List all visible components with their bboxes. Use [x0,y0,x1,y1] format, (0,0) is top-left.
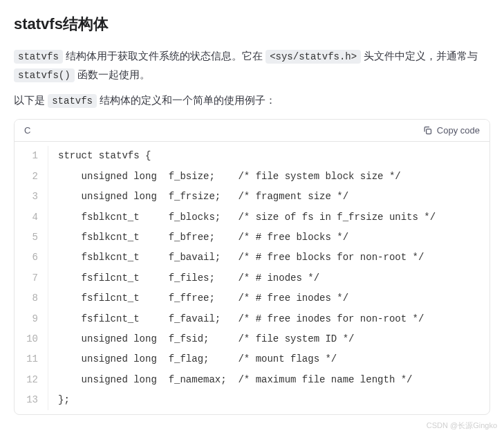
code-line: fsblkcnt_t f_bfree; /* # free blocks */ [58,228,436,248]
line-number: 13 [21,390,38,410]
code-line: fsblkcnt_t f_bavail; /* # free blocks fo… [58,248,436,268]
copy-code-button[interactable]: Copy code [422,125,480,136]
intro-paragraph-2: 以下是 statvfs 结构体的定义和一个简单的使用例子： [14,91,490,110]
line-number: 7 [21,268,38,288]
inline-code-statvfs: statvfs [14,50,63,64]
code-line: fsblkcnt_t f_blocks; /* size of fs in f_… [58,207,436,228]
copy-icon [422,125,433,136]
inline-code-statvfs-func: statvfs() [14,68,75,82]
code-content[interactable]: struct statvfs { unsigned long f_bsize; … [48,146,445,410]
line-number: 10 [21,329,38,349]
text: 函数一起使用。 [75,68,150,80]
line-number-gutter: 12345678910111213 [15,146,48,410]
code-line: fsfilcnt_t f_ffree; /* # free inodes */ [58,288,436,308]
page-title: statvfs结构体 [14,14,490,35]
text: 结构体的定义和一个简单的使用例子： [97,94,276,106]
line-number: 1 [21,146,38,166]
line-number: 2 [21,167,38,187]
line-number: 3 [21,187,38,207]
line-number: 5 [21,228,38,248]
text: 以下是 [14,94,48,106]
inline-code-statvfs-2: statvfs [48,94,97,108]
code-line: fsfilcnt_t f_favail; /* # free inodes fo… [58,309,436,329]
line-number: 8 [21,288,38,308]
line-number: 6 [21,248,38,268]
text: 结构体用于获取文件系统的状态信息。它在 [63,50,265,62]
code-block: C Copy code 12345678910111213 struct sta… [14,119,490,415]
svg-rect-0 [426,129,431,134]
code-line: unsigned long f_namemax; /* maximum file… [58,370,436,390]
code-body: 12345678910111213 struct statvfs { unsig… [15,142,489,414]
code-line: unsigned long f_bsize; /* file system bl… [58,167,436,187]
code-line: }; [58,390,436,410]
code-line: unsigned long f_flag; /* mount flags */ [58,349,436,369]
copy-code-label: Copy code [437,125,480,136]
code-line: fsfilcnt_t f_files; /* # inodes */ [58,268,436,288]
line-number: 11 [21,349,38,369]
line-number: 4 [21,207,38,228]
line-number: 9 [21,309,38,329]
code-header: C Copy code [15,120,489,142]
code-line: unsigned long f_fsid; /* file system ID … [58,329,436,349]
inline-code-header-file: <sys/statvfs.h> [265,50,361,64]
code-line: unsigned long f_frsize; /* fragment size… [58,187,436,207]
intro-paragraph-1: statvfs 结构体用于获取文件系统的状态信息。它在 <sys/statvfs… [14,47,490,84]
code-language-label: C [24,125,30,136]
text: 头文件中定义，并通常与 [361,50,478,62]
line-number: 12 [21,370,38,390]
watermark: CSDN @长源Gingko [427,420,497,429]
code-line: struct statvfs { [58,146,436,166]
